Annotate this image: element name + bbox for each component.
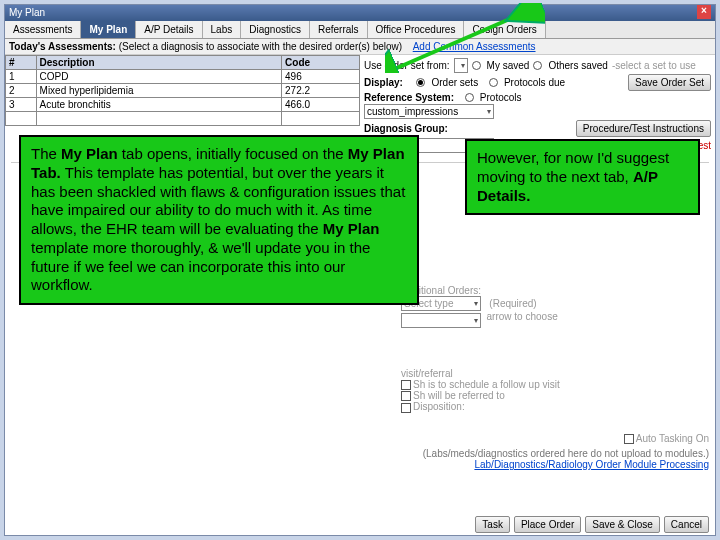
tab-cosign-orders[interactable]: Cosign Orders: [464, 21, 545, 38]
assessments-label: Today's Assessments:: [9, 41, 116, 52]
save-close-button[interactable]: Save & Close: [585, 516, 660, 533]
refsys-label: Reference System:: [364, 92, 454, 103]
display-label: Display:: [364, 77, 403, 88]
dxgroup-label: Diagnosis Group:: [364, 123, 448, 134]
add-common-assessments-link[interactable]: Add Common Assessments: [413, 41, 536, 52]
callout-main: The My Plan tab opens, initially focused…: [19, 135, 419, 305]
col-header: Code: [282, 56, 360, 70]
referred-checkbox[interactable]: [401, 391, 411, 401]
required-label: (Required): [489, 298, 536, 309]
cancel-button[interactable]: Cancel: [664, 516, 709, 533]
callout-aside: However, for now I'd suggest moving to t…: [465, 139, 700, 215]
display-row: Display: Order sets Protocols due Save O…: [364, 74, 711, 91]
followup-checkbox[interactable]: [401, 380, 411, 390]
radio-others-saved[interactable]: [533, 61, 542, 70]
select-set-hint: -select a set to use: [612, 60, 696, 71]
bottom-button-bar: Task Place Order Save & Close Cancel: [475, 516, 709, 533]
place-order-button[interactable]: Place Order: [514, 516, 581, 533]
orderset-label: Use order set from:: [364, 60, 450, 71]
auto-task-checkbox[interactable]: [624, 434, 634, 444]
referred-label: Sh will be referred to: [413, 390, 505, 401]
refsys-combo[interactable]: custom_impressions▾: [364, 104, 494, 119]
radio-my-saved[interactable]: [472, 61, 481, 70]
tab-labs[interactable]: Labs: [203, 21, 242, 38]
save-order-set-button[interactable]: Save Order Set: [628, 74, 711, 91]
orderset-row: Use order set from: ▾ My saved Others sa…: [364, 58, 711, 73]
arrow-choose-label: arrow to choose: [487, 311, 558, 322]
table-row[interactable]: 3Acute bronchitis466.0: [6, 98, 360, 112]
chevron-down-icon: ▾: [461, 61, 465, 70]
disposition-label: Disposition:: [413, 401, 465, 412]
close-icon[interactable]: ×: [697, 5, 711, 19]
tab-office-procedures[interactable]: Office Procedures: [368, 21, 465, 38]
upload-note: (Labs/meds/diagnostics ordered here do n…: [11, 448, 709, 459]
tab-a-p-details[interactable]: A/P Details: [136, 21, 202, 38]
orderset-combo[interactable]: ▾: [454, 58, 468, 73]
auto-task-label: Auto Tasking On: [636, 433, 709, 444]
disposition-checkbox[interactable]: [401, 403, 411, 413]
chevron-down-icon: ▾: [487, 107, 491, 116]
choose-combo[interactable]: ▾: [401, 313, 481, 328]
additional-orders-label: Additional Orders:: [401, 285, 709, 296]
radio-others-saved-label: Others saved: [548, 60, 607, 71]
order-module-link[interactable]: Lab/Diagnostics/Radiology Order Module P…: [474, 459, 709, 470]
window-title: My Plan: [9, 5, 45, 21]
followup-label: Sh is to schedule a follow up visit: [413, 379, 560, 390]
visit-referral-label: visit/referral: [401, 368, 709, 379]
assessments-header: Today's Assessments: (Select a diagnosis…: [5, 39, 715, 55]
tab-assessments[interactable]: Assessments: [5, 21, 81, 38]
radio-protocols-due[interactable]: [489, 78, 498, 87]
table-row[interactable]: 2Mixed hyperlipidemia272.2: [6, 84, 360, 98]
table-row[interactable]: 1COPD496: [6, 70, 360, 84]
radio-order-sets[interactable]: [416, 78, 425, 87]
refsys-row: Reference System: Protocols: [364, 92, 711, 103]
table-row: [6, 112, 360, 126]
radio-my-saved-label: My saved: [487, 60, 530, 71]
tab-my-plan[interactable]: My Plan: [81, 21, 136, 38]
col-header: #: [6, 56, 37, 70]
tab-strip: AssessmentsMy PlanA/P DetailsLabsDiagnos…: [5, 21, 715, 39]
col-header: Description: [36, 56, 282, 70]
task-button[interactable]: Task: [475, 516, 510, 533]
window: My Plan × AssessmentsMy PlanA/P DetailsL…: [4, 4, 716, 536]
radio-protocols-label: Protocols: [480, 92, 522, 103]
radio-order-sets-label: Order sets: [431, 77, 478, 88]
assessments-table: #DescriptionCode 1COPD4962Mixed hyperlip…: [5, 55, 360, 126]
radio-protocols[interactable]: [465, 93, 474, 102]
tab-diagnostics[interactable]: Diagnostics: [241, 21, 310, 38]
titlebar: My Plan ×: [5, 5, 715, 21]
radio-protocols-due-label: Protocols due: [504, 77, 565, 88]
procedure-instructions-button[interactable]: Procedure/Test Instructions: [576, 120, 711, 137]
assessments-hint: (Select a diagnosis to associate with th…: [119, 41, 402, 52]
tab-referrals[interactable]: Referrals: [310, 21, 368, 38]
